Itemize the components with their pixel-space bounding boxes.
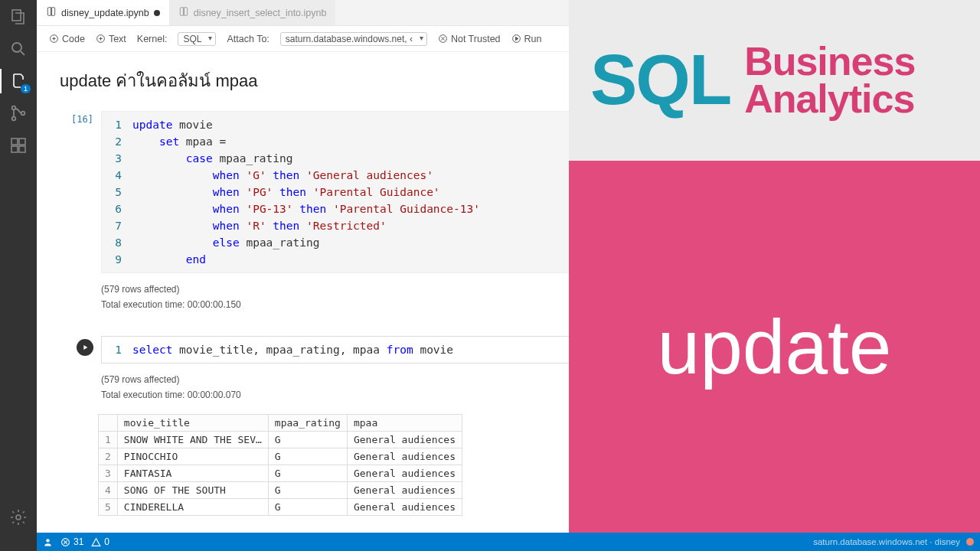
table-header[interactable]: movie_title	[117, 415, 268, 432]
rows-affected: (579 rows affected)	[101, 374, 963, 385]
table-row[interactable]: 5CINDERELLAGGeneral audiences	[99, 499, 462, 516]
scm-badge: 1	[21, 84, 31, 93]
code-editor[interactable]: 1select movie_title, mpaa_rating, mpaa f…	[101, 336, 966, 364]
kernel-label: Kernel:	[137, 34, 168, 44]
table-header[interactable]: mpaa_rating	[268, 415, 347, 432]
svg-rect-5	[11, 139, 18, 145]
activity-bar: 1	[0, 0, 37, 551]
svg-point-2	[12, 106, 16, 110]
table-row[interactable]: 3FANTASIAGGeneral audiences	[99, 465, 462, 482]
tab-disney-update[interactable]: disney_update.ipynb	[37, 0, 169, 25]
sb-problems[interactable]: 31 0	[60, 536, 109, 547]
table-header[interactable]: mpaa	[347, 415, 462, 432]
status-bar: 31 0 saturn.database.windows.net · disne…	[37, 533, 980, 551]
table-row[interactable]: 4SONG OF THE SOUTHGGeneral audiences	[99, 482, 462, 499]
code-cell: [16] 1update movie 2 set mpaa = 3 case m…	[43, 111, 966, 273]
editor-tabs: disney_update.ipynb disney_insert_select…	[37, 0, 980, 26]
svg-point-14	[46, 539, 49, 542]
rows-affected: (579 rows affected)	[101, 284, 963, 295]
tab-label: disney_update.ipynb	[61, 8, 149, 18]
notebook-toolbar: Code Text Kernel: SQL Attach To: saturn.…	[37, 26, 980, 52]
svg-rect-7	[11, 146, 18, 152]
markdown-heading: update ค่าในคอลัมน์ mpaa	[60, 67, 966, 94]
connection-status-icon	[966, 538, 974, 546]
svg-point-4	[21, 112, 25, 116]
add-code-button[interactable]: Code	[49, 34, 85, 44]
run-cell-button[interactable]	[77, 339, 93, 356]
extensions-icon[interactable]	[9, 136, 28, 155]
tab-label: disney_insert_select_into.ipynb	[194, 8, 327, 18]
notebook-body: update ค่าในคอลัมน์ mpaa [16] 1update mo…	[37, 52, 980, 551]
sb-connection[interactable]: saturn.database.windows.net · disney	[813, 537, 974, 546]
kernel-select[interactable]: SQL	[178, 32, 216, 46]
cell-output: (579 rows affected) Total execution time…	[98, 278, 966, 324]
svg-point-3	[12, 117, 16, 121]
svg-point-1	[12, 43, 21, 52]
source-control-icon[interactable]: 1	[9, 72, 28, 90]
result-table[interactable]: movie_titlempaa_ratingmpaa 1SNOW WHITE A…	[98, 414, 462, 516]
tab-disney-insert[interactable]: disney_insert_select_into.ipynb	[169, 0, 336, 25]
attach-select[interactable]: saturn.database.windows.net, ‹	[280, 32, 427, 46]
sb-account-icon[interactable]	[43, 537, 53, 547]
add-text-button[interactable]: Text	[96, 34, 126, 44]
svg-rect-6	[19, 139, 25, 145]
code-editor[interactable]: 1update movie 2 set mpaa = 3 case mpaa_r…	[101, 111, 966, 273]
attach-label: Attach To:	[227, 34, 269, 44]
settings-gear-icon[interactable]	[9, 508, 28, 527]
table-row[interactable]: 1SNOW WHITE AND THE SEV…GGeneral audienc…	[99, 432, 462, 448]
code-cell: 1select movie_title, mpaa_rating, mpaa f…	[43, 336, 966, 364]
table-header[interactable]	[99, 415, 118, 432]
svg-rect-0	[12, 10, 21, 21]
svg-rect-8	[19, 146, 25, 152]
run-button[interactable]: Run	[511, 34, 542, 44]
trust-button[interactable]: Not Trusted	[438, 34, 501, 44]
exec-time: Total execution time: 00:00:00.150	[101, 299, 963, 310]
dirty-indicator-icon	[154, 10, 160, 16]
notebook-icon	[46, 6, 57, 19]
svg-point-9	[16, 515, 21, 520]
execution-count: [16]	[71, 114, 93, 273]
git-icon[interactable]	[9, 104, 28, 122]
exec-time: Total execution time: 00:00:00.070	[101, 390, 963, 400]
cell-output: (579 rows affected) Total execution time…	[98, 368, 966, 414]
search-icon[interactable]	[9, 40, 28, 58]
explorer-icon[interactable]	[9, 8, 28, 26]
table-row[interactable]: 2PINOCCHIOGGeneral audiences	[99, 448, 462, 465]
notebook-icon	[178, 6, 189, 19]
